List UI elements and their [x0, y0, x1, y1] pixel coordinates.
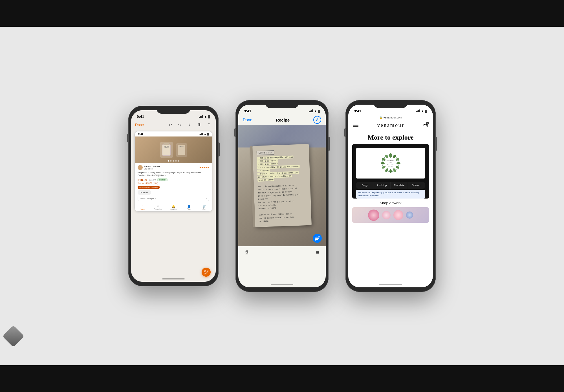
- signal-bars-3: [416, 109, 420, 112]
- trash-icon[interactable]: 🗑: [196, 122, 202, 128]
- search-icon[interactable]: ⌖: [186, 122, 193, 128]
- flower-1: [368, 210, 379, 221]
- nav-you[interactable]: 👤 You: [181, 204, 197, 211]
- phone-2: 9:41 ▲ ▓ Done Recipe: [235, 100, 329, 292]
- flower-4: [406, 212, 413, 219]
- hamburger-line-3: [353, 126, 358, 127]
- phone-1: 9:41 ▲ ▓ Done: [128, 106, 219, 286]
- url-bar[interactable]: 🔒 venamour.com: [352, 116, 429, 119]
- recipe-ingredient-3: - 225 g de harina: [257, 162, 278, 166]
- copy-menu-item[interactable]: Copy: [356, 182, 373, 189]
- inner-wifi: ▲: [204, 133, 206, 135]
- inner-status-bar: 9:41 ▲ ▓: [135, 131, 212, 136]
- recipe-instruction-6: con una paleta.: [258, 204, 276, 207]
- redo-icon[interactable]: ↪: [177, 122, 183, 128]
- nav-home-label: Home: [140, 208, 145, 210]
- candle-jar-2: SANTOS: [178, 145, 185, 155]
- signal-bar-3: [201, 116, 202, 118]
- done-button[interactable]: Done: [135, 123, 144, 127]
- signal-bars: [199, 115, 203, 118]
- home-icon: ⌂: [142, 205, 143, 208]
- svg-point-15: [396, 162, 400, 164]
- translate-button[interactable]: A: [313, 116, 321, 124]
- inner-signal: [199, 133, 203, 135]
- live-text-icon: [315, 236, 320, 241]
- svg-rect-2: [204, 273, 205, 274]
- nav-updates[interactable]: 🔔 Updates: [166, 204, 181, 211]
- battery-icon-2: ▓: [318, 109, 320, 113]
- hamburger-menu[interactable]: [353, 124, 358, 127]
- seller-details: SantosCandles 352 sales: [144, 165, 160, 170]
- phone-1-status-icons: ▲ ▓: [199, 115, 210, 118]
- cart-icon-wrap[interactable]: 🛍 1: [423, 123, 428, 128]
- list-icon[interactable]: ≡: [316, 250, 319, 256]
- phone-2-title: Recipe: [276, 118, 290, 122]
- undo-icon[interactable]: ↩: [167, 122, 173, 128]
- recipe-instruction-9: con el azúcar disuelto en jugo: [259, 216, 294, 219]
- svg-point-20: [382, 165, 386, 169]
- nav-updates-label: Updates: [170, 208, 177, 210]
- svg-point-23: [385, 154, 389, 159]
- price-new: $18.69: [138, 178, 147, 182]
- battery-icon: ▓: [208, 115, 210, 118]
- flower-arrangement: [368, 210, 413, 221]
- nav-favorites[interactable]: ♡ Favorites: [150, 204, 166, 211]
- lookup-menu-item[interactable]: Look Up: [373, 182, 391, 189]
- dot-5: [178, 160, 179, 162]
- shop-artwork-label[interactable]: Shop Artwork: [348, 199, 433, 207]
- svg-point-14: [395, 157, 400, 161]
- scan-button[interactable]: [202, 268, 211, 277]
- dot-2: [170, 160, 172, 162]
- phone-2-screen: 9:41 ▲ ▓ Done Recipe: [238, 105, 326, 287]
- fabric-bg: [238, 125, 326, 147]
- svg-point-18: [389, 169, 392, 173]
- svg-point-24: [385, 158, 396, 169]
- volume-btn[interactable]: Volume: [138, 190, 151, 195]
- select-dropdown[interactable]: Select an option ▾: [138, 196, 209, 201]
- nav-favorites-label: Favorites: [154, 208, 162, 210]
- dot-1: [168, 160, 169, 162]
- product-dots: [168, 160, 179, 162]
- in-stock-badge: In stock: [157, 178, 168, 181]
- battery-icon-3: ▓: [425, 109, 427, 113]
- bottom-bar: [0, 365, 564, 392]
- home-indicator-1: [162, 278, 185, 279]
- nav-cart[interactable]: 🛒 Cart: [197, 204, 212, 211]
- inner-bottom-nav: ⌂ Home ♡ Favorites 🔔 Updates 👤: [135, 203, 212, 211]
- venamour-logo[interactable]: venamour: [377, 122, 404, 128]
- candle-1: SANTOS CANDLE: [160, 142, 173, 158]
- recipe-instruction-5: hornear en tres partes y batir: [258, 200, 294, 203]
- home-indicator-2: [271, 284, 293, 285]
- bell-icon: 🔔: [172, 205, 175, 208]
- recipe-ingredient-1: - 225 g de mantequilla sin sal: [257, 156, 293, 160]
- translate-menu-item[interactable]: Translate: [391, 182, 408, 189]
- seller-row: SantosCandles 352 sales ★★★★★: [138, 165, 209, 170]
- recipe-text: - 225 g de mantequilla sin sal - 225 g d…: [257, 155, 307, 223]
- share-icon[interactable]: ⤴: [206, 122, 212, 128]
- svg-text:MATTEO: MATTEO: [387, 164, 394, 165]
- recipe-notebook: Delicia Citrica - 225 g de mantequilla s…: [252, 144, 312, 227]
- recipe-image-area: Delicia Citrica - 225 g de mantequilla s…: [238, 125, 326, 246]
- wreath-svg: DELFINA AND MATTEO 09.21.2021: [379, 152, 402, 175]
- flower-2: [382, 211, 391, 219]
- seller-sales: 352 sales: [144, 168, 160, 170]
- phone-1-screen: 9:41 ▲ ▓ Done: [131, 110, 216, 282]
- phone-2-footer: ⎙ ≡: [238, 246, 326, 259]
- signal-bar-2: [200, 116, 201, 118]
- scan-icon: [204, 270, 209, 275]
- phone-2-done[interactable]: Done: [243, 118, 252, 122]
- artwork-card[interactable]: DELFINA AND MATTEO 09.21.2021 Copy Look …: [352, 144, 429, 199]
- recipe-instruction-8: Cuando esté aún tibia, bañar: [259, 213, 292, 216]
- svg-rect-6: [315, 238, 319, 239]
- seller-name[interactable]: SantosCandles: [144, 165, 160, 168]
- wifi-icon-3: ▲: [421, 109, 424, 113]
- live-text-button[interactable]: [313, 234, 322, 243]
- signal-bar-1: [199, 117, 200, 118]
- hamburger-line-2: [353, 125, 358, 126]
- top-bar: [0, 0, 564, 27]
- nav-home[interactable]: ⌂ Home: [135, 204, 150, 211]
- price-row: $18.69 $21.00 In stock: [138, 178, 209, 182]
- share-icon-2[interactable]: ⎙: [245, 250, 248, 256]
- share-menu-item[interactable]: Share...: [408, 182, 425, 189]
- lock-icon: 🔒: [379, 116, 382, 119]
